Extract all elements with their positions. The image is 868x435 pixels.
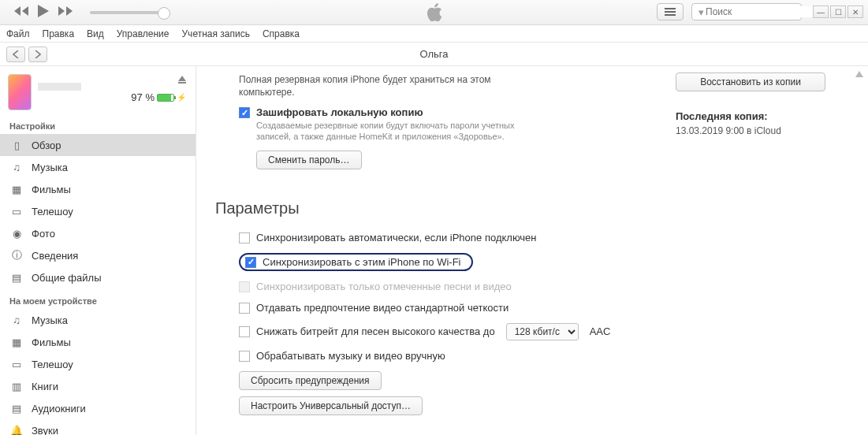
book-icon: ▥: [9, 379, 24, 393]
tv-icon: ▭: [9, 357, 24, 371]
sidebar-dev-music[interactable]: ♫Музыка: [0, 309, 196, 331]
auto-sync-checkbox[interactable]: [239, 232, 250, 244]
sidebar-item-music[interactable]: ♫Музыка: [0, 156, 196, 178]
eject-icon[interactable]: [178, 76, 186, 81]
battery-icon: [157, 94, 174, 102]
device-name: [38, 83, 81, 91]
menu-account[interactable]: Учетная запись: [182, 28, 250, 39]
sidebar-item-photos[interactable]: ◉Фото: [0, 222, 196, 244]
bell-icon: 🔔: [9, 423, 24, 435]
device-header[interactable]: 97 % ⚡: [0, 71, 196, 113]
phone-icon: ▯: [9, 138, 24, 152]
music-icon: ♫: [9, 160, 24, 174]
camera-icon: ◉: [9, 226, 24, 240]
codec-label: AAC: [590, 325, 611, 337]
minimize-button[interactable]: —: [813, 6, 829, 18]
list-view-button[interactable]: [657, 3, 684, 20]
menu-help[interactable]: Справка: [263, 28, 300, 39]
close-button[interactable]: ✕: [848, 6, 863, 18]
page-title: Ольга: [419, 48, 448, 60]
only-checked-label: Синхронизировать только отмеченные песни…: [256, 281, 512, 292]
tv-icon: ▭: [9, 204, 24, 218]
last-backup-title: Последняя копия:: [676, 110, 849, 122]
search-field[interactable]: [706, 6, 824, 17]
apps-icon: ▤: [9, 270, 24, 284]
device-image-icon: [8, 74, 32, 110]
film-icon: ▦: [9, 182, 24, 196]
sidebar-section-device: На моем устройстве: [0, 288, 196, 309]
sidebar: 97 % ⚡ Настройки ▯Обзор ♫Музыка ▦Фильмы …: [0, 66, 196, 435]
sidebar-dev-books[interactable]: ▥Книги: [0, 375, 196, 397]
prev-icon[interactable]: [14, 6, 28, 18]
sidebar-item-files[interactable]: ▤Общие файлы: [0, 266, 196, 288]
scroll-up-icon[interactable]: [855, 71, 863, 77]
wifi-sync-highlight: Синхронизировать с этим iPhone по Wi-Fi: [239, 253, 473, 271]
battery-status: 97 % ⚡: [131, 91, 186, 103]
sidebar-dev-movies[interactable]: ▦Фильмы: [0, 331, 196, 353]
universal-access-button[interactable]: Настроить Универсальный доступ…: [239, 396, 423, 415]
menu-manage[interactable]: Управление: [117, 28, 170, 39]
menu-view[interactable]: Вид: [87, 28, 104, 39]
sidebar-dev-tv[interactable]: ▭Телешоу: [0, 353, 196, 375]
audiobook-icon: ▤: [9, 401, 24, 415]
titlebar: ▾ — ☐ ✕: [0, 0, 868, 25]
nav-forward-button[interactable]: [28, 46, 47, 62]
manual-label: Обрабатывать музыку и видео вручную: [256, 350, 445, 362]
sidebar-item-tv[interactable]: ▭Телешоу: [0, 200, 196, 222]
chevron-left-icon: [13, 50, 19, 58]
backup-description: Полная резервная копия iPhone будет хран…: [239, 74, 507, 99]
window-controls: — ☐ ✕: [813, 6, 863, 18]
play-icon[interactable]: [38, 5, 49, 20]
sidebar-item-info[interactable]: ⓘСведения: [0, 244, 196, 266]
change-password-button[interactable]: Сменить пароль…: [256, 151, 362, 169]
reset-warnings-button[interactable]: Сбросить предупреждения: [239, 371, 382, 390]
playback-controls: [14, 5, 165, 20]
encrypt-checkbox[interactable]: [239, 107, 250, 118]
bitrate-checkbox[interactable]: [239, 326, 250, 337]
prefer-sd-label: Отдавать предпочтение видео стандартной …: [256, 302, 509, 314]
sidebar-dev-sounds[interactable]: 🔔Звуки: [0, 419, 196, 435]
search-input[interactable]: ▾: [691, 3, 802, 20]
menu-file[interactable]: Файл: [6, 28, 30, 39]
prefer-sd-checkbox[interactable]: [239, 303, 250, 314]
titlebar-right: ▾ — ☐ ✕: [657, 3, 863, 20]
list-icon: [665, 8, 676, 16]
encrypt-label: Зашифровать локальную копию: [256, 106, 423, 118]
options-title: Параметры: [215, 199, 849, 217]
bitrate-select[interactable]: 128 кбит/с: [506, 323, 579, 340]
main-panel: Полная резервная копия iPhone будет хран…: [196, 66, 868, 435]
restore-button[interactable]: Восстановить из копии: [676, 72, 825, 91]
apple-logo-icon: [427, 3, 442, 24]
maximize-button[interactable]: ☐: [830, 6, 846, 18]
last-backup-value: 13.03.2019 9:00 в iCloud: [676, 125, 849, 136]
sidebar-dev-audiobooks[interactable]: ▤Аудиокниги: [0, 397, 196, 419]
music-icon: ♫: [9, 313, 24, 327]
encrypt-hint: Создаваемые резервные копии будут включа…: [256, 120, 540, 143]
next-icon[interactable]: [58, 6, 73, 18]
wifi-sync-label: Синхронизировать с этим iPhone по Wi-Fi: [263, 256, 460, 268]
only-checked-checkbox: [239, 281, 250, 292]
wifi-sync-checkbox[interactable]: [245, 257, 256, 268]
chevron-right-icon: [35, 50, 41, 58]
info-icon: ⓘ: [9, 248, 24, 262]
menubar: Файл Правка Вид Управление Учетная запис…: [0, 25, 868, 43]
menu-edit[interactable]: Правка: [43, 28, 75, 39]
auto-sync-label: Синхронизировать автоматически, если iPh…: [256, 232, 537, 244]
nav-back-button[interactable]: [6, 46, 25, 62]
volume-slider[interactable]: [90, 11, 165, 14]
manual-checkbox[interactable]: [239, 351, 250, 362]
sidebar-section-settings: Настройки: [0, 113, 196, 134]
sidebar-item-movies[interactable]: ▦Фильмы: [0, 178, 196, 200]
breadcrumb: Ольга: [0, 43, 868, 66]
film-icon: ▦: [9, 335, 24, 349]
bitrate-label: Снижать битрейт для песен высокого качес…: [256, 325, 495, 337]
sidebar-item-overview[interactable]: ▯Обзор: [0, 134, 196, 156]
